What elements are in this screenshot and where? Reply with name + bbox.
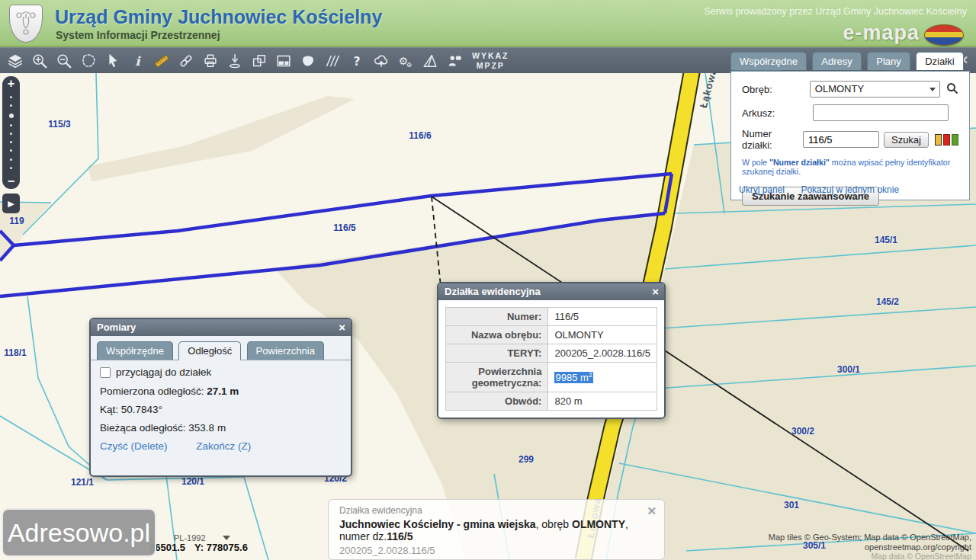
settings-icon[interactable]: ⚙⚙	[396, 51, 415, 71]
hint-prefix: W pole	[742, 158, 769, 167]
hide-panel-link[interactable]: Ukryj panel	[739, 184, 785, 195]
municipality-crest	[9, 5, 43, 43]
adresowo-watermark: Adresowo.pl	[2, 508, 156, 557]
search-panel-tabs: Współrzędne Adresy Plany Działki Obiekty…	[730, 52, 970, 72]
close-icon[interactable]: ✕	[647, 504, 657, 518]
swatch-red[interactable]	[943, 134, 950, 146]
wykaz-mpzp-button[interactable]: WYKAZ MPZP	[472, 51, 509, 69]
zoom-in-button[interactable]: +	[8, 78, 14, 90]
zoom-level-dot[interactable]	[10, 124, 12, 126]
layers-icon[interactable]	[5, 51, 24, 71]
svg-text:⚙: ⚙	[406, 61, 411, 69]
table-row: Obwód:820 m	[446, 392, 657, 411]
parcel-popup-titlebar[interactable]: Działka ewidencyjna ×	[438, 283, 664, 300]
parcel-label: 116/5	[333, 222, 355, 233]
zoom-out-icon[interactable]	[54, 51, 73, 71]
finish-link[interactable]: Zakończ (Z)	[196, 440, 251, 452]
numer-dzialki-label: Numer działki:	[742, 128, 803, 151]
hatch-icon[interactable]	[323, 51, 342, 71]
tab-dzialki[interactable]: Działki	[916, 52, 963, 70]
parcel-label: 301	[784, 500, 799, 510]
swatch-yellow[interactable]	[935, 134, 942, 146]
tab-wspolrzedne-pomiar[interactable]: Współrzędne	[97, 341, 173, 360]
measure-icon[interactable]	[152, 51, 171, 71]
measured-distance-row: Pomierzona odległość: 27.1 m	[100, 386, 342, 397]
close-icon[interactable]: ×	[339, 321, 345, 334]
parcel-label: 299	[518, 454, 534, 465]
link-icon[interactable]	[176, 51, 195, 71]
close-icon[interactable]: ×	[652, 285, 659, 298]
snap-checkbox-row[interactable]: przyciągaj do działek	[100, 366, 342, 378]
tab-odleglosc[interactable]: Odległość	[178, 341, 241, 360]
obreb-select[interactable]: OLMONTY	[810, 81, 940, 98]
attribution-link[interactable]: openstreetmap.org/copyright	[769, 542, 971, 552]
select-area-icon[interactable]	[79, 51, 98, 71]
search-panel: Współrzędne Adresy Plany Działki Obiekty…	[730, 52, 970, 200]
emapa-logo-text: e-mapa	[843, 21, 920, 45]
single-window-link[interactable]: Pokazuj w jednym oknie	[801, 184, 899, 195]
zoom-level-dot[interactable]	[10, 167, 12, 169]
parcel-label: 120/1	[181, 476, 204, 487]
current-distance-row: Bieżąca odległość: 353.8 m	[100, 422, 342, 434]
tab-plany[interactable]: Plany	[867, 52, 910, 70]
parcel-label: 119	[9, 216, 24, 226]
page-subtitle: System Informacji Przestrzennej	[56, 29, 220, 41]
legend-swatches	[935, 134, 958, 146]
clear-link[interactable]: Czyść (Delete)	[100, 440, 168, 452]
layout-panels-icon[interactable]	[274, 51, 293, 71]
cloud-download-icon[interactable]	[371, 51, 390, 71]
szukaj-button[interactable]: Szukaj	[884, 132, 929, 148]
obreb-label: Obręb:	[742, 84, 810, 95]
zoom-level-dot[interactable]	[10, 141, 12, 143]
zoom-level-dot[interactable]	[10, 133, 12, 135]
zoom-in-icon[interactable]	[30, 51, 49, 71]
parcel-label: 116/6	[409, 130, 431, 141]
hint-bold: "Numer działki"	[769, 158, 830, 167]
feedback-icon[interactable]	[445, 51, 464, 71]
chevron-down-icon	[929, 88, 936, 91]
tab-powierzchnia[interactable]: Powierzchnia	[247, 341, 324, 360]
arkusz-input[interactable]	[813, 104, 949, 121]
zoom-level-dot[interactable]	[10, 96, 12, 98]
polygon-icon[interactable]	[298, 51, 317, 71]
tab-wspolrzedne[interactable]: Współrzędne	[730, 52, 807, 70]
pomiary-dialog: Pomiary × Współrzędne Odległość Powierzc…	[89, 318, 352, 477]
tab-adresy[interactable]: Adresy	[812, 52, 861, 70]
wykaz-line2: MPZP	[472, 61, 509, 70]
table-row: Powierzchnia geometryczna:9985 m2	[446, 363, 657, 392]
sidebar-expand-button[interactable]: ▶	[2, 194, 20, 213]
zoom-out-button[interactable]: −	[8, 175, 14, 187]
info-icon[interactable]: i	[127, 51, 146, 71]
map-attribution: Map tiles © Geo-System; Map data © OpenS…	[769, 533, 971, 560]
search-magnifier-icon[interactable]	[946, 82, 958, 97]
swatch-green[interactable]	[952, 134, 958, 146]
pomiary-titlebar[interactable]: Pomiary ×	[91, 319, 351, 336]
attribution-line1: Map tiles © Geo-System; Map data © OpenS…	[769, 533, 971, 542]
info-bar-subtitle: Działka ewidencyjna	[339, 505, 653, 516]
print-icon[interactable]	[201, 51, 220, 71]
table-row: TERYT:200205_2.0028.116/5	[446, 344, 657, 363]
parcel-label: 145/1	[875, 235, 897, 245]
parcel-popup-title: Działka ewidencyjna	[445, 286, 541, 297]
zoom-level-dot[interactable]	[10, 149, 12, 152]
app-header: Urząd Gminy Juchnowiec Kościelny System …	[0, 0, 976, 47]
geo-system-logo	[924, 24, 964, 46]
obreb-value: OLMONTY	[815, 83, 864, 94]
numer-dzialki-input[interactable]	[803, 131, 879, 148]
info-bar-teryt: 200205_2.0028.116/5	[339, 545, 653, 556]
pegman-icon[interactable]	[225, 51, 244, 71]
snap-checkbox[interactable]	[100, 367, 111, 378]
cursor-icon[interactable]	[103, 51, 122, 71]
zoom-level-dot[interactable]	[10, 104, 12, 107]
parcel-label: 300/2	[791, 426, 814, 437]
north-arrow-icon[interactable]	[420, 51, 439, 71]
parcel-popup: Działka ewidencyjna × Numer:116/5 Nazwa …	[437, 282, 666, 419]
selected-area-value[interactable]: 9985 m2	[554, 372, 592, 383]
wykaz-line1: WYKAZ	[472, 51, 509, 60]
copy-view-icon[interactable]	[249, 51, 268, 71]
table-row: Numer:116/5	[446, 308, 657, 326]
table-row: Nazwa obrębu:OLMONTY	[446, 326, 657, 344]
zoom-level-dot-current[interactable]	[9, 114, 14, 118]
help-icon[interactable]: ?	[347, 51, 366, 71]
zoom-level-dot[interactable]	[10, 158, 12, 161]
